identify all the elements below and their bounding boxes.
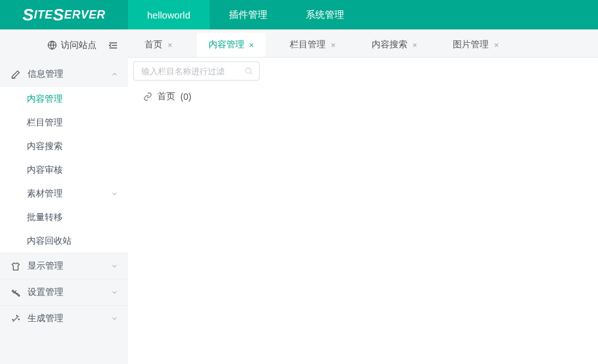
sidebar-group-head-settings[interactable]: 设置管理 (0, 280, 128, 305)
sidebar-group-head-info[interactable]: 信息管理 (0, 61, 128, 87)
sidebar-children-info: 内容管理 栏目管理 内容搜索 内容审核 素材管理 批量转移 内容回收站 (0, 87, 128, 253)
sidebar-item-column-manage[interactable]: 栏目管理 (0, 111, 128, 134)
sidebar-group-label: 生成管理 (28, 313, 111, 324)
tree-root-count: (0) (180, 91, 191, 102)
chevron-down-icon (111, 262, 118, 270)
sidebar-group-info: 信息管理 内容管理 栏目管理 内容搜索 内容审核 素材管理 批量转移 内容回收站 (0, 61, 128, 253)
sidebar-group-settings: 设置管理 (0, 279, 128, 305)
sidebar-group-display: 显示管理 (0, 253, 128, 279)
visit-bar: 访问站点 (0, 29, 128, 61)
globe-icon (47, 40, 57, 50)
shirt-icon (10, 262, 21, 271)
sidebar-group-head-display[interactable]: 显示管理 (0, 253, 128, 279)
filter-box (133, 61, 260, 81)
tab-label: 内容搜索 (372, 39, 407, 51)
column-filter-input[interactable] (133, 61, 260, 81)
svg-point-4 (246, 68, 251, 73)
sidebar-item-recycle-bin[interactable]: 内容回收站 (0, 229, 128, 253)
sidebar-item-batch-transfer[interactable]: 批量转移 (0, 205, 128, 229)
tab-column-manage[interactable]: 栏目管理 × (278, 33, 347, 57)
close-icon[interactable]: × (331, 40, 336, 50)
sidebar-item-content-review[interactable]: 内容审核 (0, 158, 128, 182)
close-icon[interactable]: × (168, 40, 173, 50)
topbar: SITESERVER helloworld 插件管理 系统管理 (0, 0, 598, 29)
main-content: 首页 (0) (128, 58, 598, 364)
brand-logo[interactable]: SITESERVER (0, 0, 128, 29)
svg-line-5 (251, 73, 253, 75)
tab-label: 首页 (145, 39, 162, 51)
tab-home[interactable]: 首页 × (133, 33, 184, 57)
tab-content-search[interactable]: 内容搜索 × (360, 33, 429, 57)
tab-label: 栏目管理 (290, 39, 326, 51)
wand-icon (10, 314, 21, 324)
tab-content-manage[interactable]: 内容管理 × (197, 33, 266, 57)
sidebar-item-content-search[interactable]: 内容搜索 (0, 134, 128, 158)
top-nav: helloworld 插件管理 系统管理 (128, 0, 363, 29)
edit-icon (10, 70, 21, 79)
sidebar-group-label: 显示管理 (28, 260, 111, 272)
visit-site-label: 访问站点 (61, 40, 97, 51)
search-icon[interactable] (244, 67, 253, 75)
tab-image-manage[interactable]: 图片管理 × (441, 33, 510, 57)
filter-wrap (128, 58, 598, 84)
tree-root-row[interactable]: 首页 (0) (128, 84, 598, 109)
sidebar-group-generate: 生成管理 (0, 305, 128, 331)
chevron-down-icon (111, 289, 118, 296)
close-icon[interactable]: × (413, 40, 418, 50)
sidebar-group-label: 信息管理 (28, 68, 111, 80)
sidebar-item-material-manage[interactable]: 素材管理 (0, 182, 128, 205)
chevron-down-icon (111, 70, 118, 78)
tabbar: 首页 × 内容管理 × 栏目管理 × 内容搜索 × 图片管理 × (128, 29, 598, 58)
chevron-down-icon (111, 315, 118, 322)
topnav-item-system[interactable]: 系统管理 (287, 0, 363, 29)
menu-collapse-icon[interactable] (108, 41, 118, 50)
sidebar-item-label: 素材管理 (27, 188, 111, 200)
tree-root-label: 首页 (157, 91, 175, 102)
tab-label: 图片管理 (453, 39, 489, 51)
wrench-icon (10, 288, 21, 297)
link-icon (143, 92, 152, 101)
topnav-item-plugins[interactable]: 插件管理 (210, 0, 287, 29)
chevron-down-icon (111, 190, 118, 198)
sidebar: 信息管理 内容管理 栏目管理 内容搜索 内容审核 素材管理 批量转移 内容回收站 (0, 61, 128, 364)
sidebar-group-label: 设置管理 (28, 287, 111, 298)
sidebar-group-head-generate[interactable]: 生成管理 (0, 306, 128, 331)
sidebar-item-content-manage[interactable]: 内容管理 (0, 87, 128, 111)
topnav-item-site[interactable]: helloworld (128, 0, 210, 29)
visit-site-link[interactable]: 访问站点 (35, 40, 108, 51)
close-icon[interactable]: × (494, 40, 499, 50)
close-icon[interactable]: × (249, 40, 255, 50)
tab-label: 内容管理 (209, 39, 244, 51)
